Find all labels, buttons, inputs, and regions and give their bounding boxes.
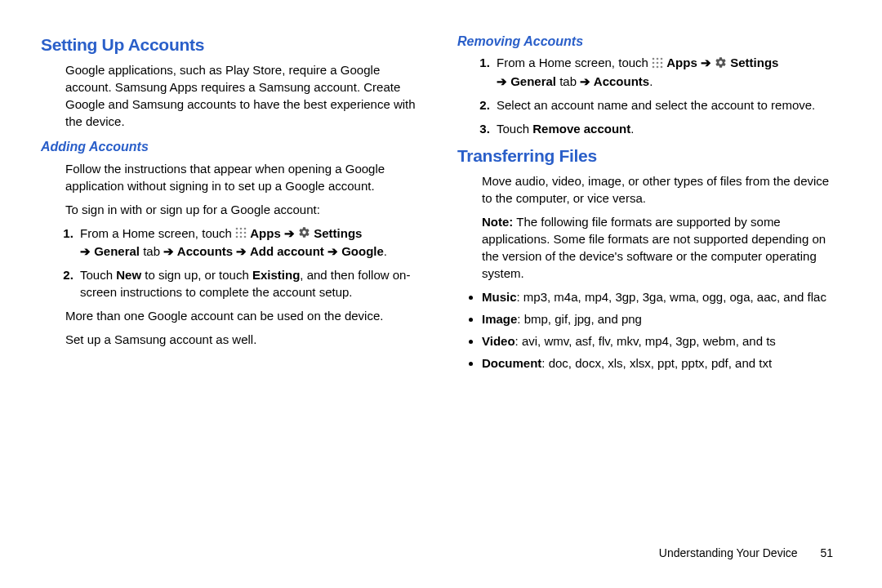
- note-paragraph: Note: The following file formats are sup…: [482, 213, 841, 282]
- signin-paragraph: To sign in with or sign up for a Google …: [65, 201, 425, 218]
- settings-gear-icon: [298, 225, 310, 243]
- page-number: 51: [820, 546, 833, 559]
- svg-point-10: [657, 58, 659, 60]
- format-video: Video: avi, wmv, asf, flv, mkv, mp4, 3gp…: [482, 332, 841, 350]
- setup-samsung-paragraph: Set up a Samsung account as well.: [65, 331, 425, 348]
- apps-grid-icon: [652, 56, 663, 73]
- svg-point-11: [661, 58, 663, 60]
- svg-point-16: [657, 66, 659, 69]
- removing-step-1: From a Home screen, touch Apps ➔ Se: [493, 54, 841, 90]
- removing-step-3: Touch Remove account.: [493, 120, 841, 137]
- removing-steps-list: From a Home screen, touch Apps ➔ Se: [457, 54, 841, 137]
- adding-step-2: Touch New to sign up, or touch Existing,…: [77, 266, 425, 301]
- svg-point-1: [240, 228, 243, 230]
- svg-point-7: [240, 236, 243, 238]
- format-image: Image: bmp, gif, jpg, and png: [482, 310, 841, 327]
- removing-step-2: Select an account name and select the ac…: [493, 96, 841, 114]
- page-footer: Understanding Your Device 51: [659, 546, 833, 562]
- svg-point-15: [653, 66, 655, 69]
- svg-point-6: [236, 236, 238, 238]
- svg-point-0: [236, 228, 238, 230]
- heading-removing-accounts: Removing Accounts: [457, 33, 841, 51]
- svg-point-5: [244, 232, 247, 234]
- footer-section: Understanding Your Device: [659, 546, 798, 559]
- left-column: Setting Up Accounts Google applications,…: [41, 33, 425, 378]
- adding-step-1: From a Home screen, touch Apps ➔ Se: [77, 225, 425, 261]
- svg-point-17: [661, 66, 663, 69]
- intro-paragraph: Google applications, such as Play Store,…: [65, 61, 425, 130]
- right-column: Removing Accounts From a Home screen, to…: [457, 33, 841, 378]
- svg-point-12: [653, 62, 655, 65]
- heading-setting-up-accounts: Setting Up Accounts: [41, 33, 425, 56]
- svg-point-14: [661, 62, 663, 65]
- move-paragraph: Move audio, video, image, or other types…: [482, 172, 841, 207]
- svg-point-3: [236, 232, 238, 234]
- adding-steps-list: From a Home screen, touch Apps ➔ Se: [41, 225, 425, 301]
- format-document: Document: doc, docx, xls, xlsx, ppt, ppt…: [482, 354, 841, 372]
- follow-paragraph: Follow the instructions that appear when…: [65, 160, 425, 194]
- svg-point-13: [657, 62, 659, 65]
- heading-adding-accounts: Adding Accounts: [41, 138, 425, 156]
- settings-gear-icon: [715, 56, 727, 73]
- svg-point-8: [244, 236, 247, 238]
- format-music: Music: mp3, m4a, mp4, 3gp, 3ga, wma, ogg…: [482, 288, 841, 305]
- svg-point-4: [240, 232, 243, 234]
- svg-point-9: [653, 58, 655, 60]
- format-list: Music: mp3, m4a, mp4, 3gp, 3ga, wma, ogg…: [457, 288, 841, 372]
- apps-grid-icon: [235, 225, 247, 243]
- heading-transferring-files: Transferring Files: [457, 144, 841, 167]
- more-google-paragraph: More than one Google account can be used…: [65, 307, 425, 324]
- svg-point-2: [244, 228, 247, 230]
